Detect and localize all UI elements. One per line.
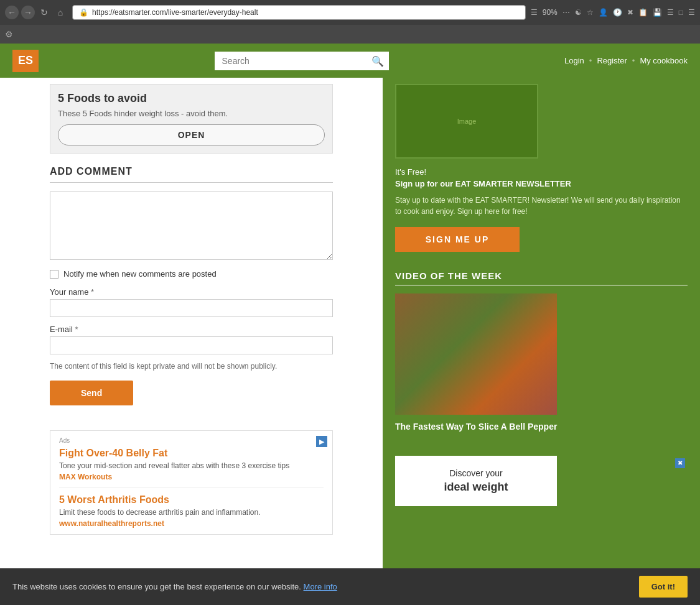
ad-right-close[interactable]: ✖ <box>675 458 685 468</box>
forward-button[interactable]: → <box>21 6 35 19</box>
got-it-button[interactable]: Got it! <box>639 576 688 598</box>
ads-label: Ads <box>59 437 324 444</box>
dot-2: • <box>632 56 635 65</box>
cookie-text: This website uses cookies to ensure you … <box>12 582 337 591</box>
send-button[interactable]: Send <box>50 381 133 405</box>
ad-box-text: These 5 Foods hinder weight loss - avoid… <box>58 109 325 118</box>
reader-icon: ☰ <box>531 8 538 17</box>
ad-box-title: 5 Foods to avoid <box>58 92 325 105</box>
page-content: 5 Foods to avoid These 5 Foods hinder we… <box>0 78 700 605</box>
comment-textarea[interactable] <box>50 192 333 260</box>
ad-item-2: 5 Worst Arthritis Foods Limit these food… <box>59 494 324 528</box>
comment-section: ADD COMMENT Notify me when new comments … <box>0 154 383 418</box>
newsletter-image: Image <box>395 84 538 159</box>
profile-icon[interactable]: 👤 <box>599 8 608 17</box>
back-button[interactable]: ← <box>5 6 19 19</box>
email-label: E-mail * <box>50 325 333 334</box>
your-name-input[interactable] <box>50 299 333 317</box>
ad-title-2[interactable]: 5 Worst Arthritis Foods <box>59 494 324 506</box>
zoom-display: 90% <box>543 8 558 17</box>
search-icon[interactable]: 🔍 <box>371 55 384 67</box>
url-text: https://eatsmarter.com/live-smarter/ever… <box>92 8 519 17</box>
cookbook-link[interactable]: My cookbook <box>640 56 688 65</box>
open-button[interactable]: OPEN <box>58 124 325 145</box>
video-image <box>395 293 557 415</box>
star-icon[interactable]: ☆ <box>587 8 594 17</box>
newsletter-free: It's Free! <box>395 167 688 177</box>
gear-icon[interactable]: ⚙ <box>5 29 13 39</box>
video-section-title: VIDEO OF THE WEEK <box>395 270 688 286</box>
browser-toolbar: ⚙ <box>0 25 700 44</box>
newsletter-signup-label: Sign up for our EAT SMARTER NEWSLETTER <box>395 179 688 188</box>
search-bar: 🔍 <box>215 52 389 70</box>
email-required: * <box>75 325 78 334</box>
video-section: VIDEO OF THE WEEK The Fastest Way To Sli… <box>395 264 688 446</box>
ad-text-2: Limit these foods to decrease arthritis … <box>59 508 324 517</box>
close-tab-icon[interactable]: ✖ <box>627 8 633 17</box>
sidebar-toggle-icon[interactable]: ☰ <box>667 8 674 17</box>
ad-title-1[interactable]: Fight Over-40 Belly Fat <box>59 448 324 459</box>
bookmark-icon[interactable]: ☯ <box>575 8 582 17</box>
lock-icon: 🔒 <box>79 8 88 17</box>
nav-buttons: ← → ↻ ⌂ <box>5 6 67 19</box>
register-link[interactable]: Register <box>597 56 627 65</box>
ad-box: 5 Foods to avoid These 5 Foods hinder we… <box>50 84 333 154</box>
cookie-banner: This website uses cookies to ensure you … <box>0 568 700 605</box>
refresh-button[interactable]: ↻ <box>37 6 51 19</box>
menu-icon[interactable]: ☰ <box>688 8 695 17</box>
comment-title: ADD COMMENT <box>50 166 333 183</box>
save-icon[interactable]: 💾 <box>653 8 662 17</box>
more-info-link[interactable]: More info <box>304 582 337 591</box>
ads-banner: Ads ▶ Fight Over-40 Belly Fat Tone your … <box>50 430 333 535</box>
window-icon[interactable]: □ <box>679 8 683 17</box>
ad-text-1: Tone your mid-section and reveal flatter… <box>59 461 324 470</box>
home-button[interactable]: ⌂ <box>54 6 67 19</box>
browser-chrome: ← → ↻ ⌂ 🔒 https://eatsmarter.com/live-sm… <box>0 0 700 25</box>
login-link[interactable]: Login <box>564 56 584 65</box>
sign-me-up-button[interactable]: SIGN ME UP <box>395 227 520 252</box>
site-header: ES 🔍 Login • Register • My cookbook <box>0 44 700 78</box>
header-links: Login • Register • My cookbook <box>564 56 688 65</box>
your-name-label: Your name * <box>50 287 333 297</box>
privacy-note: The content of this field is kept privat… <box>50 362 333 371</box>
address-bar[interactable]: 🔒 https://eatsmarter.com/live-smarter/ev… <box>72 5 526 20</box>
ad-divider <box>59 487 324 488</box>
email-input[interactable] <box>50 336 333 354</box>
newsletter-desc: Stay up to date with the EAT SMARTER! Ne… <box>395 195 688 217</box>
required-marker: * <box>91 287 94 297</box>
ad-right-title: Discover your <box>408 468 544 478</box>
logo[interactable]: ES <box>12 50 39 72</box>
ad-source-1[interactable]: MAX Workouts <box>59 473 324 481</box>
notify-row: Notify me when new comments are posted <box>50 269 333 279</box>
history-icon[interactable]: 🕐 <box>613 8 622 17</box>
copy-icon[interactable]: 📋 <box>638 8 648 17</box>
video-title[interactable]: The Fastest Way To Slice A Bell Pepper <box>395 421 688 433</box>
video-thumbnail[interactable] <box>395 293 557 415</box>
browser-actions: ☰ 90% ⋯ ☯ ☆ 👤 🕐 ✖ 📋 💾 ☰ □ ☰ <box>531 8 695 17</box>
ad-source-2[interactable]: www.naturalhealthreports.net <box>59 519 324 528</box>
ad-right: ✖ Discover your ideal weight <box>395 456 557 506</box>
more-icon[interactable]: ⋯ <box>562 8 570 17</box>
dot-1: • <box>589 56 592 65</box>
notify-checkbox[interactable] <box>50 270 58 279</box>
left-column: 5 Foods to avoid These 5 Foods hinder we… <box>0 78 383 605</box>
ad-item-1: Fight Over-40 Belly Fat Tone your mid-se… <box>59 448 324 481</box>
right-column: Image It's Free! Sign up for our EAT SMA… <box>383 78 700 605</box>
ad-right-subtitle: ideal weight <box>408 481 544 494</box>
newsletter-section: Image It's Free! Sign up for our EAT SMA… <box>395 78 688 264</box>
ad-right-wrapper: ✖ Discover your ideal weight <box>395 456 688 506</box>
ad-close-button[interactable]: ▶ <box>316 436 327 447</box>
search-input[interactable] <box>215 52 389 70</box>
notify-label: Notify me when new comments are posted <box>63 269 217 279</box>
